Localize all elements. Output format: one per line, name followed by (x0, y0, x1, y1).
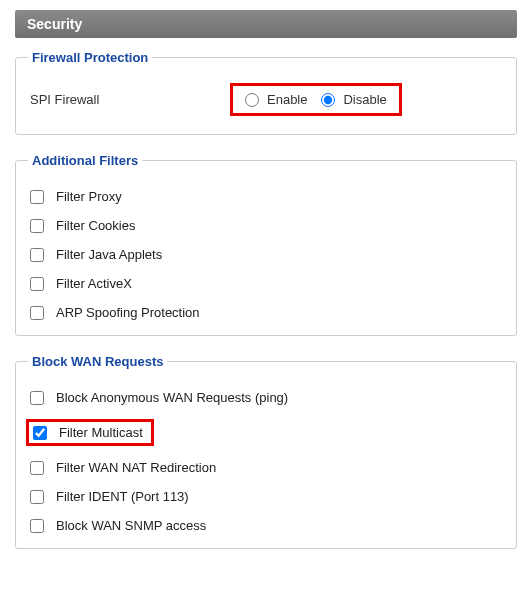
wan-item-option[interactable]: Filter Multicast (30, 419, 154, 446)
filter-item-checkbox[interactable] (30, 277, 44, 291)
spi-disable-text: Disable (343, 92, 386, 107)
block-wan-requests-legend: Block WAN Requests (28, 354, 167, 369)
filter-item-label: Filter Proxy (56, 189, 122, 204)
spi-enable-option[interactable]: Enable (245, 92, 307, 107)
wan-item-label: Filter Multicast (59, 425, 143, 440)
firewall-protection-group: Firewall Protection SPI Firewall Enable … (15, 50, 517, 135)
spi-firewall-radio-group: Enable Disable (230, 83, 402, 116)
filter-item-row: Filter ActiveX (28, 269, 504, 298)
spi-enable-radio[interactable] (245, 93, 259, 107)
wan-item-row: Block WAN SNMP access (28, 511, 504, 540)
filter-item-option[interactable]: ARP Spoofing Protection (30, 305, 200, 320)
wan-item-checkbox[interactable] (30, 461, 44, 475)
wan-item-row: Block Anonymous WAN Requests (ping) (28, 383, 504, 412)
filter-item-checkbox[interactable] (30, 248, 44, 262)
filter-item-label: Filter Java Applets (56, 247, 162, 262)
filter-item-row: Filter Cookies (28, 211, 504, 240)
filter-item-label: Filter ActiveX (56, 276, 132, 291)
wan-item-label: Filter IDENT (Port 113) (56, 489, 189, 504)
spi-disable-option[interactable]: Disable (321, 92, 386, 107)
wan-item-label: Block Anonymous WAN Requests (ping) (56, 390, 288, 405)
block-wan-requests-group: Block WAN Requests Block Anonymous WAN R… (15, 354, 517, 549)
spi-firewall-row: SPI Firewall Enable Disable (28, 79, 504, 126)
wan-item-checkbox[interactable] (33, 426, 47, 440)
wan-item-option[interactable]: Block Anonymous WAN Requests (ping) (30, 390, 288, 405)
wan-item-option[interactable]: Block WAN SNMP access (30, 518, 206, 533)
filter-item-option[interactable]: Filter Proxy (30, 189, 122, 204)
wan-item-row: Filter IDENT (Port 113) (28, 482, 504, 511)
wan-item-row: Filter Multicast (28, 412, 504, 453)
filter-item-checkbox[interactable] (30, 219, 44, 233)
spi-firewall-label: SPI Firewall (30, 92, 230, 107)
firewall-protection-legend: Firewall Protection (28, 50, 152, 65)
wan-item-row: Filter WAN NAT Redirection (28, 453, 504, 482)
wan-item-checkbox[interactable] (30, 490, 44, 504)
filter-item-checkbox[interactable] (30, 306, 44, 320)
wan-item-checkbox[interactable] (30, 391, 44, 405)
filter-item-checkbox[interactable] (30, 190, 44, 204)
spi-enable-text: Enable (267, 92, 307, 107)
filter-item-label: Filter Cookies (56, 218, 135, 233)
spi-disable-radio[interactable] (321, 93, 335, 107)
filter-item-label: ARP Spoofing Protection (56, 305, 200, 320)
page-title: Security (15, 10, 517, 38)
filter-item-option[interactable]: Filter Java Applets (30, 247, 162, 262)
wan-item-checkbox[interactable] (30, 519, 44, 533)
filter-item-row: ARP Spoofing Protection (28, 298, 504, 327)
additional-filters-legend: Additional Filters (28, 153, 142, 168)
filter-item-option[interactable]: Filter Cookies (30, 218, 135, 233)
filter-item-row: Filter Java Applets (28, 240, 504, 269)
additional-filters-group: Additional Filters Filter ProxyFilter Co… (15, 153, 517, 336)
wan-item-highlight: Filter Multicast (26, 419, 154, 446)
wan-item-label: Block WAN SNMP access (56, 518, 206, 533)
wan-item-option[interactable]: Filter IDENT (Port 113) (30, 489, 189, 504)
wan-item-option[interactable]: Filter WAN NAT Redirection (30, 460, 216, 475)
wan-item-label: Filter WAN NAT Redirection (56, 460, 216, 475)
filter-item-option[interactable]: Filter ActiveX (30, 276, 132, 291)
filter-item-row: Filter Proxy (28, 182, 504, 211)
